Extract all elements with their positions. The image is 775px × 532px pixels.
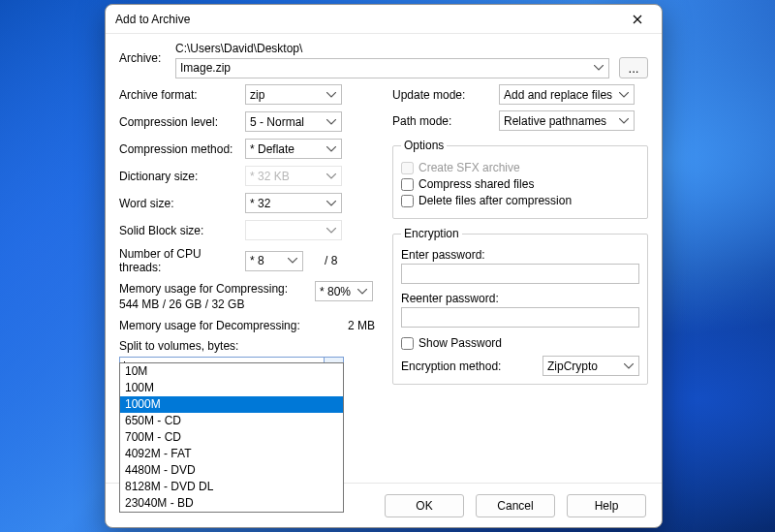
split-option[interactable]: 100M [120, 380, 343, 396]
method-select[interactable]: * Deflate [245, 139, 342, 159]
encryption-legend: Encryption [401, 227, 462, 240]
options-legend: Options [401, 139, 447, 152]
browse-button[interactable]: ... [619, 57, 648, 78]
split-option[interactable]: 4480M - DVD [120, 462, 343, 479]
split-option[interactable]: 23040M - BD [120, 495, 343, 512]
left-column: Archive format: zip Compression level: 5… [119, 84, 375, 385]
pathmode-select[interactable]: Relative pathnames [499, 110, 635, 131]
threads-label: Number of CPU threads: [119, 247, 245, 274]
split-option[interactable]: 8128M - DVD DL [120, 479, 343, 495]
close-icon [633, 15, 642, 24]
format-label: Archive format: [119, 88, 245, 102]
delete-checkbox[interactable] [401, 195, 414, 207]
split-option[interactable]: 10M [120, 363, 343, 380]
delete-checkbox-row[interactable]: Delete files after compression [401, 194, 639, 207]
threads-total: / 8 [325, 254, 337, 267]
window-title: Add to Archive [115, 13, 619, 26]
split-label: Split to volumes, bytes: [119, 339, 375, 353]
sfx-checkbox [401, 162, 414, 174]
threads-select[interactable]: * 8 [245, 251, 303, 271]
pathmode-label: Path mode: [392, 114, 499, 128]
help-button[interactable]: Help [567, 494, 646, 517]
dialog-content: Archive: C:\Users\David\Desktop\ Image.z… [106, 34, 662, 483]
solid-label: Solid Block size: [119, 224, 245, 237]
mem-decompress-value: 2 MB [348, 319, 375, 332]
split-option[interactable]: 700M - CD [120, 429, 343, 446]
level-select[interactable]: 5 - Normal [245, 111, 342, 132]
options-group: Options Create SFX archive Compress shar… [392, 139, 648, 219]
cancel-button[interactable]: Cancel [476, 494, 555, 517]
mem-compress-detail: 544 MB / 26 GB / 32 GB [119, 297, 315, 312]
solid-select [245, 220, 342, 240]
show-password-row[interactable]: Show Password [401, 336, 639, 350]
reenter-password-label: Reenter password: [401, 292, 639, 305]
split-option[interactable]: 650M - CD [120, 413, 343, 429]
close-button[interactable] [619, 8, 656, 31]
mem-compress-label: Memory usage for Compressing: [119, 281, 315, 297]
sfx-checkbox-row: Create SFX archive [401, 161, 639, 174]
titlebar: Add to Archive [106, 5, 662, 34]
reenter-password-input[interactable] [401, 307, 639, 328]
show-password-checkbox[interactable] [401, 337, 414, 350]
ok-button[interactable]: OK [385, 494, 464, 517]
dict-select: * 32 KB [245, 166, 342, 186]
word-label: Word size: [119, 197, 245, 210]
archive-filename-combo[interactable]: Image.zip [175, 58, 609, 78]
shared-checkbox-row[interactable]: Compress shared files [401, 177, 639, 191]
enc-method-label: Encryption method: [401, 360, 535, 373]
mem-decompress-label: Memory usage for Decompressing: [119, 319, 348, 332]
mem-percent-select[interactable]: * 80% [315, 281, 373, 301]
enc-method-select[interactable]: ZipCrypto [542, 356, 639, 376]
update-label: Update mode: [392, 88, 499, 102]
format-select[interactable]: zip [245, 84, 342, 105]
split-dropdown[interactable]: 10M 100M 1000M 650M - CD 700M - CD 4092M… [119, 362, 344, 513]
split-option[interactable]: 4092M - FAT [120, 446, 343, 462]
enter-password-input[interactable] [401, 264, 639, 284]
archive-path: C:\Users\David\Desktop\ [175, 42, 648, 55]
right-column: Update mode: Add and replace files Path … [392, 84, 648, 385]
shared-checkbox[interactable] [401, 178, 414, 191]
level-label: Compression level: [119, 115, 245, 129]
enter-password-label: Enter password: [401, 248, 639, 262]
update-select[interactable]: Add and replace files [499, 84, 635, 105]
archive-label: Archive: [119, 42, 175, 65]
dict-label: Dictionary size: [119, 170, 245, 183]
encryption-group: Encryption Enter password: Reenter passw… [392, 227, 648, 385]
word-select[interactable]: * 32 [245, 193, 342, 213]
add-to-archive-dialog: Add to Archive Archive: C:\Users\David\D… [105, 4, 663, 528]
method-label: Compression method: [119, 142, 245, 156]
split-option[interactable]: 1000M [120, 396, 343, 413]
